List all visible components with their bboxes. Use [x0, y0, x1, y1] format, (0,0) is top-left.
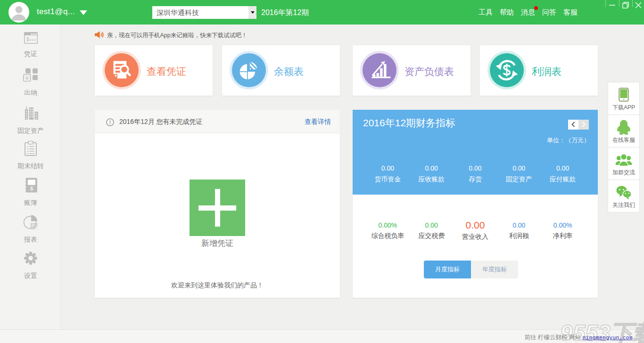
svg-text:¥: ¥	[25, 75, 29, 81]
svg-text:$: $	[30, 186, 33, 191]
svg-text:$: $	[26, 36, 29, 42]
